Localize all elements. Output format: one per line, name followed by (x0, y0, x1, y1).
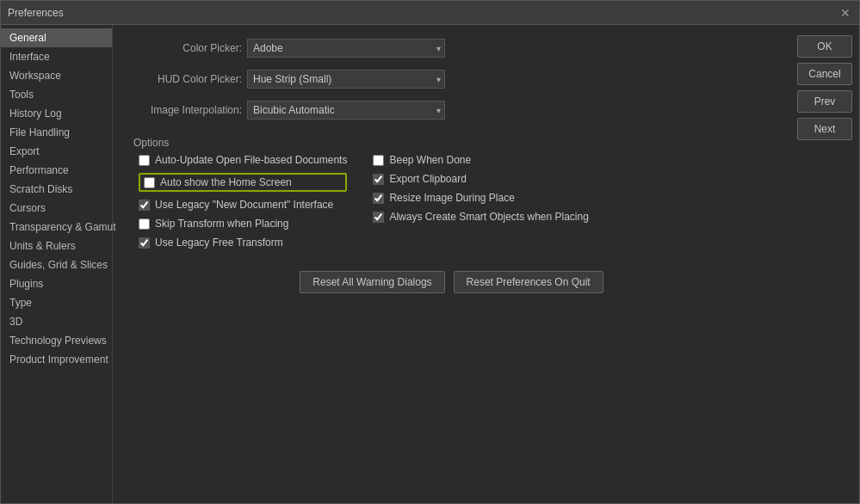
hud-color-picker-select-wrapper: Hue Strip (Small) Hue Strip (Medium) Hue… (247, 70, 445, 89)
options-col2: Beep When Done Export Clipboard Resize I… (373, 154, 588, 249)
checkbox-legacy-free-transform-input[interactable] (139, 237, 150, 249)
sidebar-item-workspace[interactable]: Workspace (1, 66, 112, 85)
checkbox-auto-update: Auto-Update Open File-based Documents (139, 154, 347, 166)
sidebar-item-product-improvement[interactable]: Product Improvement (1, 350, 112, 369)
checkbox-resize-image-label: Resize Image During Place (389, 192, 514, 204)
checkbox-skip-transform-label: Skip Transform when Placing (155, 218, 288, 230)
reset-warnings-button[interactable]: Reset All Warning Dialogs (300, 271, 444, 293)
sidebar-item-file-handling[interactable]: File Handling (1, 123, 112, 142)
sidebar: GeneralInterfaceWorkspaceToolsHistory Lo… (1, 25, 113, 503)
preferences-window: Preferences ✕ GeneralInterfaceWorkspaceT… (0, 0, 860, 504)
checkbox-skip-transform: Skip Transform when Placing (139, 218, 347, 230)
side-buttons-panel: OK Cancel Prev Next (790, 25, 859, 503)
color-picker-select-wrapper: Adobe Windows (247, 39, 445, 58)
checkbox-legacy-new-doc-input[interactable] (139, 200, 150, 211)
checkbox-resize-image: Resize Image During Place (373, 192, 588, 204)
sidebar-item-scratch-disks[interactable]: Scratch Disks (1, 180, 112, 199)
options-section: Options Auto-Update Open File-based Docu… (130, 137, 773, 249)
close-button[interactable]: ✕ (838, 6, 852, 20)
sidebar-item-export[interactable]: Export (1, 142, 112, 161)
sidebar-item-history-log[interactable]: History Log (1, 104, 112, 123)
checkbox-beep: Beep When Done (373, 154, 588, 166)
sidebar-item-general[interactable]: General (1, 28, 112, 47)
main-panel: Color Picker: Adobe Windows HUD Color Pi… (113, 25, 790, 503)
image-interpolation-row: Image Interpolation: Bicubic Automatic N… (130, 101, 773, 120)
checkbox-skip-transform-input[interactable] (139, 218, 150, 230)
checkbox-export-clipboard: Export Clipboard (373, 173, 588, 185)
sidebar-item-guides--grid---slices[interactable]: Guides, Grid & Slices (1, 255, 112, 274)
checkbox-smart-objects: Always Create Smart Objects when Placing (373, 211, 588, 223)
sidebar-item-cursors[interactable]: Cursors (1, 199, 112, 218)
content-area: GeneralInterfaceWorkspaceToolsHistory Lo… (1, 25, 859, 503)
checkbox-smart-objects-input[interactable] (373, 212, 384, 223)
checkbox-auto-show-home: Auto show the Home Screen (139, 173, 347, 192)
checkbox-auto-show-home-label: Auto show the Home Screen (160, 176, 292, 188)
image-interpolation-select-wrapper: Bicubic Automatic Nearest Neighbor Bilin… (247, 101, 445, 120)
checkbox-auto-update-input[interactable] (139, 155, 150, 166)
checkbox-auto-update-label: Auto-Update Open File-based Documents (155, 154, 347, 166)
next-button[interactable]: Next (797, 118, 852, 140)
image-interpolation-label: Image Interpolation: (130, 104, 242, 116)
sidebar-item-units---rulers[interactable]: Units & Rulers (1, 237, 112, 255)
options-columns: Auto-Update Open File-based Documents Au… (139, 154, 773, 249)
sidebar-item-performance[interactable]: Performance (1, 161, 112, 180)
window-title: Preferences (8, 7, 64, 19)
hud-color-picker-label: HUD Color Picker: (130, 73, 242, 85)
sidebar-item-transparency---gamut[interactable]: Transparency & Gamut (1, 218, 112, 237)
ok-button[interactable]: OK (797, 35, 852, 58)
color-picker-row: Color Picker: Adobe Windows (130, 39, 773, 58)
checkbox-legacy-free-transform-label: Use Legacy Free Transform (155, 237, 283, 249)
sidebar-item-tools[interactable]: Tools (1, 85, 112, 104)
sidebar-item-interface[interactable]: Interface (1, 47, 112, 66)
checkbox-export-clipboard-label: Export Clipboard (389, 173, 466, 185)
options-col1: Auto-Update Open File-based Documents Au… (139, 154, 347, 249)
color-picker-label: Color Picker: (130, 42, 242, 54)
checkbox-legacy-free-transform: Use Legacy Free Transform (139, 237, 347, 249)
action-buttons-row: Reset All Warning Dialogs Reset Preferen… (130, 271, 773, 293)
checkbox-auto-show-home-input[interactable] (144, 177, 155, 188)
sidebar-item-plugins[interactable]: Plugins (1, 274, 112, 293)
checkbox-legacy-new-doc-label: Use Legacy "New Document" Interface (155, 199, 333, 211)
cancel-button[interactable]: Cancel (797, 63, 852, 85)
checkbox-resize-image-input[interactable] (373, 193, 384, 204)
hud-color-picker-select[interactable]: Hue Strip (Small) Hue Strip (Medium) Hue… (247, 70, 445, 89)
hud-color-picker-row: HUD Color Picker: Hue Strip (Small) Hue … (130, 70, 773, 89)
color-picker-select[interactable]: Adobe Windows (247, 39, 445, 58)
checkbox-smart-objects-label: Always Create Smart Objects when Placing (389, 211, 588, 223)
title-bar: Preferences ✕ (1, 1, 859, 25)
sidebar-item-technology-previews[interactable]: Technology Previews (1, 331, 112, 350)
sidebar-item-type[interactable]: Type (1, 293, 112, 312)
checkbox-legacy-new-doc: Use Legacy "New Document" Interface (139, 199, 347, 211)
checkbox-export-clipboard-input[interactable] (373, 174, 384, 185)
options-label: Options (133, 137, 773, 149)
prev-button[interactable]: Prev (797, 90, 852, 113)
reset-prefs-button[interactable]: Reset Preferences On Quit (454, 271, 603, 293)
checkbox-beep-input[interactable] (373, 155, 384, 166)
checkbox-beep-label: Beep When Done (389, 154, 471, 166)
sidebar-item-3d[interactable]: 3D (1, 312, 112, 331)
image-interpolation-select[interactable]: Bicubic Automatic Nearest Neighbor Bilin… (247, 101, 445, 120)
